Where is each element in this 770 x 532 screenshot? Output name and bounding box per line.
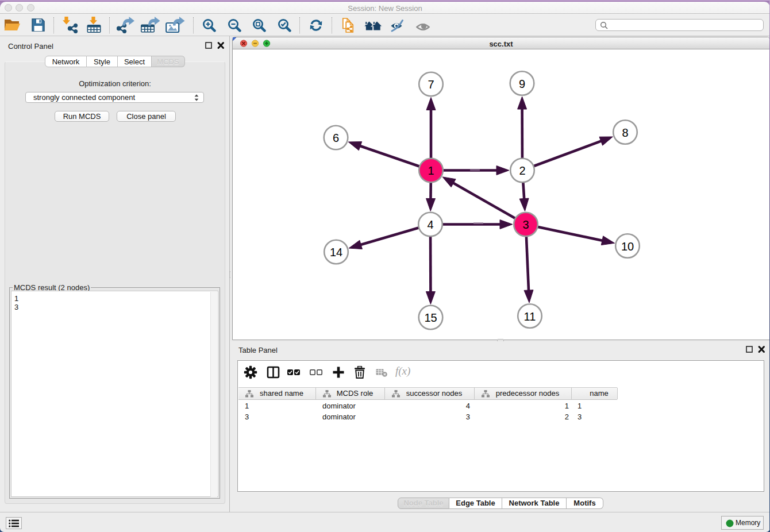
- svg-text:11: 11: [524, 310, 536, 323]
- svg-text:10: 10: [621, 240, 634, 253]
- svg-text:1: 1: [428, 164, 434, 177]
- svg-text:14: 14: [330, 246, 342, 259]
- svg-text:2: 2: [519, 164, 525, 177]
- svg-text:9: 9: [519, 78, 525, 90]
- svg-text:7: 7: [428, 78, 434, 91]
- svg-text:8: 8: [622, 126, 628, 139]
- svg-text:4: 4: [427, 218, 433, 231]
- svg-text:6: 6: [333, 132, 339, 144]
- svg-text:3: 3: [522, 218, 529, 231]
- svg-text:15: 15: [424, 311, 437, 324]
